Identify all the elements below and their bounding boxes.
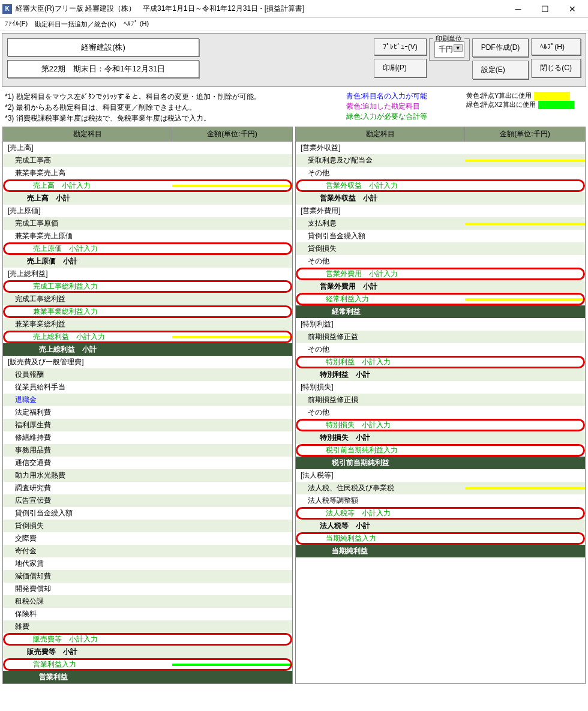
- cell-amount[interactable]: [465, 550, 585, 553]
- table-row[interactable]: 雑費: [3, 620, 292, 633]
- cell-name[interactable]: 特別損失 小計: [296, 431, 465, 444]
- cell-name[interactable]: 兼業事業売上高: [3, 167, 172, 179]
- table-row[interactable]: 税引前当期純利益入力: [296, 444, 585, 457]
- table-row[interactable]: 受取利息及び配当金: [296, 154, 585, 167]
- cell-amount[interactable]: [172, 588, 292, 590]
- cell-name[interactable]: 事務用品費: [3, 444, 172, 457]
- table-row[interactable]: 完成工事総利益: [3, 293, 292, 305]
- cell-amount[interactable]: [465, 172, 585, 175]
- cell-amount[interactable]: [172, 613, 292, 616]
- cell-name[interactable]: [特別損失]: [296, 381, 465, 394]
- table-row[interactable]: 兼業事業総利益入力: [3, 305, 292, 318]
- cell-name[interactable]: [売上原価]: [3, 205, 172, 217]
- cell-amount[interactable]: [465, 349, 585, 351]
- table-row[interactable]: 特別利益 小計: [296, 368, 585, 381]
- cell-amount[interactable]: [465, 437, 585, 439]
- table-row[interactable]: 特別利益 小計入力: [296, 356, 585, 368]
- cell-name[interactable]: 営業利益入力: [3, 658, 172, 671]
- cell-name[interactable]: その他: [296, 255, 465, 268]
- cell-name[interactable]: 保険料: [3, 608, 172, 620]
- cell-amount[interactable]: [465, 412, 585, 414]
- table-row[interactable]: 福利厚生費: [3, 419, 292, 431]
- cell-amount[interactable]: [465, 311, 585, 313]
- close-window-button[interactable]: ✕: [559, 1, 586, 17]
- cell-name[interactable]: 税引前当期純利益: [296, 457, 465, 469]
- table-row[interactable]: 経常利益: [296, 305, 585, 318]
- cell-name[interactable]: [営業外収益]: [296, 142, 465, 154]
- cell-name[interactable]: その他: [296, 167, 465, 179]
- cell-name[interactable]: その他: [296, 343, 465, 356]
- cell-name[interactable]: 売上高 小計入力: [3, 179, 172, 192]
- cell-name[interactable]: 兼業事業総利益入力: [3, 305, 172, 318]
- cell-amount[interactable]: [172, 273, 292, 275]
- cell-name[interactable]: 売上総利益 小計: [3, 343, 172, 356]
- cell-amount[interactable]: [465, 449, 585, 452]
- cell-name[interactable]: 減価償却費: [3, 570, 172, 583]
- cell-amount[interactable]: [172, 223, 292, 225]
- cell-name[interactable]: 前期損益修正損: [296, 394, 465, 406]
- table-row[interactable]: [販売費及び一般管理費]: [3, 356, 292, 368]
- cell-name[interactable]: [法人税等]: [296, 469, 465, 482]
- cell-name[interactable]: 調査研究費: [3, 482, 172, 494]
- cell-name[interactable]: 福利厚生費: [3, 419, 172, 431]
- maximize-button[interactable]: ☐: [532, 1, 559, 17]
- cell-name[interactable]: 修繕維持費: [3, 431, 172, 444]
- cell-name[interactable]: 通信交通費: [3, 457, 172, 469]
- cell-amount[interactable]: [172, 538, 292, 540]
- table-row[interactable]: 法人税等 小計: [296, 520, 585, 532]
- cell-amount[interactable]: [172, 235, 292, 238]
- table-row[interactable]: 地代家賃: [3, 557, 292, 570]
- table-row[interactable]: 租税公課: [3, 595, 292, 608]
- cell-name[interactable]: 当期純利益入力: [296, 532, 465, 545]
- table-row[interactable]: 経常利益入力: [296, 293, 585, 305]
- cell-amount[interactable]: [172, 386, 292, 389]
- cell-amount[interactable]: [172, 550, 292, 553]
- cell-name[interactable]: 広告宣伝費: [3, 494, 172, 507]
- table-row[interactable]: 売上原価 小計: [3, 255, 292, 268]
- cell-amount[interactable]: [172, 563, 292, 565]
- table-row[interactable]: [特別利益]: [296, 318, 585, 331]
- table-row[interactable]: 営業外収益 小計入力: [296, 179, 585, 192]
- table-row[interactable]: その他: [296, 406, 585, 419]
- cell-amount[interactable]: [172, 449, 292, 452]
- cell-amount[interactable]: [465, 374, 585, 376]
- cell-name[interactable]: 開発費償却: [3, 583, 172, 595]
- cell-amount[interactable]: [172, 197, 292, 200]
- table-row[interactable]: 寄付金: [3, 545, 292, 557]
- table-row[interactable]: 販売費等 小計: [3, 646, 292, 658]
- table-row[interactable]: その他: [296, 343, 585, 356]
- cell-amount[interactable]: [172, 260, 292, 263]
- table-row[interactable]: 貸倒引当金繰入額: [3, 507, 292, 520]
- cell-name[interactable]: 完成工事原価: [3, 217, 172, 230]
- cell-amount[interactable]: [465, 424, 585, 427]
- cell-name[interactable]: 兼業事業総利益: [3, 318, 172, 331]
- table-row[interactable]: 貸倒損失: [296, 242, 585, 255]
- table-row[interactable]: [営業外費用]: [296, 205, 585, 217]
- cell-name[interactable]: 営業外費用 小計入力: [296, 268, 465, 280]
- cell-name[interactable]: 寄付金: [3, 545, 172, 557]
- close-button[interactable]: 閉じる(C): [531, 59, 581, 77]
- table-row[interactable]: 前期損益修正損: [296, 394, 585, 406]
- cell-name[interactable]: 法人税等 小計: [296, 520, 465, 532]
- cell-amount[interactable]: [465, 512, 585, 515]
- cell-name[interactable]: 兼業事業売上原価: [3, 230, 172, 242]
- cell-amount[interactable]: [172, 298, 292, 301]
- table-row[interactable]: 保険料: [3, 608, 292, 620]
- cell-amount[interactable]: [172, 349, 292, 351]
- table-row[interactable]: 従業員給料手当: [3, 381, 292, 394]
- table-row[interactable]: 営業外収益 小計: [296, 192, 585, 205]
- table-row[interactable]: 貸倒引当金繰入額: [296, 230, 585, 242]
- cell-amount[interactable]: [172, 412, 292, 414]
- cell-amount[interactable]: [172, 286, 292, 288]
- cell-amount[interactable]: [465, 525, 585, 527]
- table-row[interactable]: 開発費償却: [3, 583, 292, 595]
- cell-name[interactable]: 法人税等 小計入力: [296, 507, 465, 520]
- table-row[interactable]: 販売費等 小計入力: [3, 633, 292, 646]
- table-row[interactable]: 調査研究費: [3, 482, 292, 494]
- cell-amount[interactable]: [172, 651, 292, 653]
- table-row[interactable]: 修繕維持費: [3, 431, 292, 444]
- cell-name[interactable]: [特別利益]: [296, 318, 465, 331]
- help-button[interactable]: ﾍﾙﾌﾟ(H): [531, 38, 581, 55]
- cell-amount[interactable]: [465, 185, 585, 187]
- table-row[interactable]: [営業外収益]: [296, 142, 585, 154]
